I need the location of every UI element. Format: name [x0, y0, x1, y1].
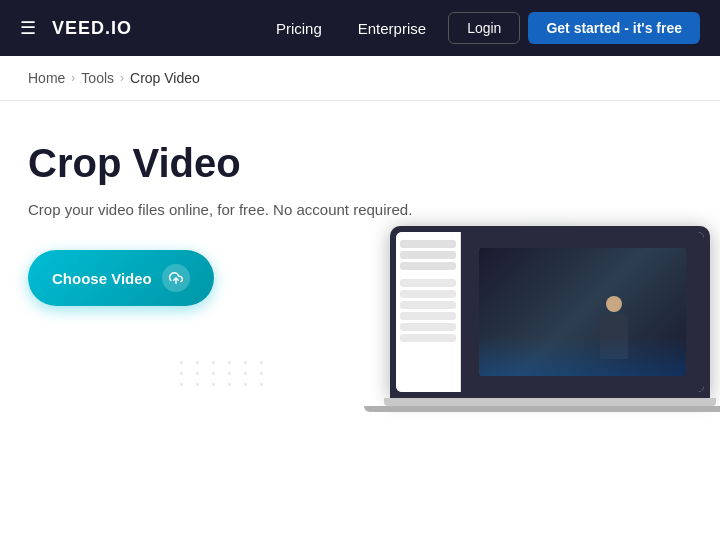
dot: [212, 372, 215, 375]
breadcrumb: Home › Tools › Crop Video: [0, 56, 720, 101]
navbar-right: Pricing Enterprise Login Get started - i…: [262, 12, 700, 44]
dot: [228, 361, 231, 364]
breadcrumb-sep-1: ›: [71, 71, 75, 85]
upload-icon: [162, 264, 190, 292]
nav-link-enterprise[interactable]: Enterprise: [344, 14, 440, 43]
dot: [244, 361, 247, 364]
video-preview: [479, 248, 686, 376]
person-head: [606, 296, 622, 312]
laptop-wrapper: [380, 226, 720, 406]
dot: [244, 383, 247, 386]
hamburger-icon[interactable]: ☰: [20, 17, 36, 39]
dot: [228, 383, 231, 386]
sidebar-item: [400, 251, 456, 259]
dot: [180, 372, 183, 375]
dot: [212, 383, 215, 386]
choose-video-label: Choose Video: [52, 270, 152, 287]
video-gradient: [479, 336, 686, 376]
breadcrumb-home[interactable]: Home: [28, 70, 65, 86]
sidebar-item: [400, 323, 456, 331]
dot: [260, 372, 263, 375]
breadcrumb-tools[interactable]: Tools: [81, 70, 114, 86]
dot: [196, 372, 199, 375]
choose-video-button[interactable]: Choose Video: [28, 250, 214, 306]
breadcrumb-sep-2: ›: [120, 71, 124, 85]
main-content: Crop Video Crop your video files online,…: [0, 101, 720, 326]
sidebar-item: [400, 279, 456, 287]
dot: [260, 383, 263, 386]
page-title: Crop Video: [28, 141, 692, 185]
laptop-screen-inner: [396, 232, 704, 392]
login-button[interactable]: Login: [448, 12, 520, 44]
sidebar-item: [400, 262, 456, 270]
dot: [196, 383, 199, 386]
sidebar-item: [400, 301, 456, 309]
breadcrumb-current: Crop Video: [130, 70, 200, 86]
laptop-screen-outer: [390, 226, 710, 398]
dots-decoration: [180, 361, 268, 386]
page-subtitle: Crop your video files online, for free. …: [28, 201, 692, 218]
editor-main: [461, 232, 704, 392]
dot: [180, 361, 183, 364]
dot: [212, 361, 215, 364]
editor-sidebar: [396, 232, 461, 392]
sidebar-item: [400, 290, 456, 298]
dot: [228, 372, 231, 375]
dot: [180, 383, 183, 386]
logo[interactable]: VEED.IO: [52, 18, 132, 39]
sidebar-item: [400, 334, 456, 342]
sidebar-item: [400, 312, 456, 320]
sidebar-item: [400, 240, 456, 248]
get-started-button[interactable]: Get started - it's free: [528, 12, 700, 44]
dot-grid: [180, 361, 268, 386]
dot: [196, 361, 199, 364]
nav-link-pricing[interactable]: Pricing: [262, 14, 336, 43]
laptop-illustration: [380, 226, 720, 406]
laptop-base: [384, 398, 716, 406]
dot: [260, 361, 263, 364]
navbar-left: ☰ VEED.IO: [20, 17, 132, 39]
dot: [244, 372, 247, 375]
navbar: ☰ VEED.IO Pricing Enterprise Login Get s…: [0, 0, 720, 56]
